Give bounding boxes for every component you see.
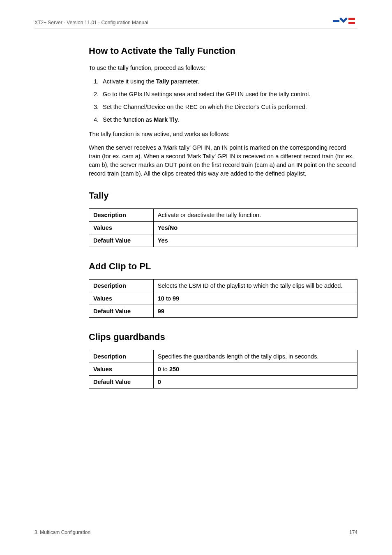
addclip-default-value: 99 [153, 305, 357, 318]
table-row: Description Selects the LSM ID of the pl… [89, 280, 357, 292]
activate-after: The tally function is now active, and wo… [89, 130, 357, 139]
step-3: Set the Channel/Device on the REC on whi… [100, 103, 357, 111]
step-1-bold: Tally [156, 78, 169, 85]
guardbands-values-b: 250 [169, 366, 179, 372]
footer-page-number: 174 [349, 530, 357, 535]
heading-guardbands: Clips guardbands [89, 332, 357, 342]
step-1-post: parameter. [169, 78, 199, 85]
step-4-post: . [178, 116, 180, 123]
table-row: Description Activate or deactivate the t… [89, 209, 357, 222]
heading-tally: Tally [89, 190, 357, 201]
svg-rect-3 [348, 22, 355, 24]
addclip-values-label: Values [89, 292, 154, 305]
step-2: Go to the GPIs IN settings area and sele… [100, 90, 357, 99]
guardbands-table: Description Specifies the guardbands len… [89, 350, 357, 388]
addclip-values-b: 99 [173, 295, 179, 302]
addclip-values-a: 10 [158, 295, 164, 302]
svg-rect-2 [348, 18, 355, 20]
addclip-desc-label: Description [89, 280, 154, 292]
tally-default-value: Yes [153, 234, 357, 247]
guardbands-values-mid: to [161, 366, 169, 372]
page-header: XT2+ Server - Version 11.01 - Configurat… [35, 16, 357, 28]
heading-activate-tally: How to Activate the Tally Function [89, 46, 357, 56]
activate-intro: To use the tally function, proceed as fo… [89, 64, 357, 72]
step-4-pre: Set the function as [103, 116, 154, 123]
guardbands-default-value: 0 [153, 376, 357, 388]
addclip-values-value: 10 to 99 [153, 292, 357, 305]
footer-left: 3. Multicam Configuration [35, 530, 90, 535]
heading-addclip: Add Clip to PL [89, 261, 357, 272]
tally-desc-label: Description [89, 209, 154, 222]
evs-logo [333, 16, 357, 25]
addclip-default-label: Default Value [89, 305, 154, 318]
step-4-bold: Mark Tly [154, 116, 178, 123]
step-4: Set the function as Mark Tly. [100, 116, 357, 124]
guardbands-desc-value: Specifies the guardbands length of the t… [153, 350, 357, 363]
page-footer: 3. Multicam Configuration 174 [35, 530, 357, 535]
addclip-table: Description Selects the LSM ID of the pl… [89, 279, 357, 318]
table-row: Values Yes/No [89, 222, 357, 234]
guardbands-values-label: Values [89, 363, 154, 376]
table-row: Values 0 to 250 [89, 363, 357, 376]
table-row: Default Value Yes [89, 234, 357, 247]
tally-values-value: Yes/No [153, 222, 357, 234]
guardbands-desc-label: Description [89, 350, 154, 363]
tally-default-label: Default Value [89, 234, 154, 247]
guardbands-values-a: 0 [158, 366, 161, 372]
tally-desc-value: Activate or deactivate the tally functio… [153, 209, 357, 222]
svg-rect-0 [333, 20, 339, 22]
table-row: Values 10 to 99 [89, 292, 357, 305]
step-1: Activate it using the Tally parameter. [100, 77, 357, 86]
addclip-desc-value: Selects the LSM ID of the playlist to wh… [153, 280, 357, 292]
step-1-pre: Activate it using the [103, 78, 156, 85]
doc-title: XT2+ Server - Version 11.01 - Configurat… [35, 20, 148, 25]
table-row: Default Value 99 [89, 305, 357, 318]
tally-table: Description Activate or deactivate the t… [89, 208, 357, 247]
guardbands-default-label: Default Value [89, 376, 154, 388]
table-row: Default Value 0 [89, 376, 357, 388]
table-row: Description Specifies the guardbands len… [89, 350, 357, 363]
activate-steps: Activate it using the Tally parameter. G… [89, 77, 357, 124]
tally-values-label: Values [89, 222, 154, 234]
addclip-values-mid: to [164, 295, 173, 302]
activate-explain: When the server receives a 'Mark tally' … [89, 143, 357, 178]
guardbands-values-value: 0 to 250 [153, 363, 357, 376]
